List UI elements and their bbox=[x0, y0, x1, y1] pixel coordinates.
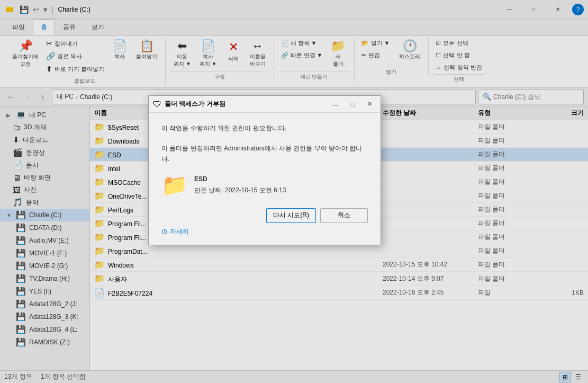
cancel-button[interactable]: 취소 bbox=[320, 208, 368, 223]
dialog-message-line2: 이 폴더를 변경하려면 Administrators에서 사용 권한을 부여 받… bbox=[161, 144, 368, 164]
dialog-item-date: 만든 날짜: 2022-10-15 오전 6:13 bbox=[194, 185, 286, 197]
dialog-item-folder-icon: 📁 bbox=[161, 173, 188, 198]
access-denied-dialog: 🛡 폴더 액세스가 거부됨 — □ ✕ 이 작업을 수행하기 위한 권한이 필요… bbox=[148, 95, 381, 245]
dialog-minimize-button[interactable]: — bbox=[329, 99, 342, 110]
dialog-message-line1: 이 작업을 수행하기 위한 권한이 필요합니다. bbox=[161, 123, 368, 133]
details-label: 자세히 bbox=[170, 227, 189, 236]
dialog-message: 이 작업을 수행하기 위한 권한이 필요합니다. 이 폴더를 변경하려면 Adm… bbox=[161, 123, 368, 164]
dialog-overlay: 🛡 폴더 액세스가 거부됨 — □ ✕ 이 작업을 수행하기 위한 권한이 필요… bbox=[0, 0, 588, 383]
dialog-item-row: 📁 ESD 만든 날짜: 2022-10-15 오전 6:13 bbox=[161, 173, 368, 198]
dialog-title: 폴더 액세스가 거부됨 bbox=[165, 100, 325, 109]
dialog-date-value: 2022-10-15 오전 6:13 bbox=[225, 186, 286, 194]
dialog-buttons: 다시 시도(R) 취소 bbox=[161, 208, 368, 223]
dialog-date-label: 만든 날짜: bbox=[194, 186, 223, 194]
dialog-item-name: ESD bbox=[194, 174, 286, 185]
dialog-maximize-button[interactable]: □ bbox=[346, 99, 359, 110]
main-window: 💾 ↩ ▾ │ Charlie (C:) — □ ✕ ? 파일 홈 공유 보기 … bbox=[0, 0, 588, 383]
retry-button[interactable]: 다시 시도(R) bbox=[266, 208, 316, 223]
details-expand-icon: ⊙ bbox=[161, 227, 168, 236]
dialog-titlebar-icon: 🛡 bbox=[153, 100, 161, 109]
dialog-details[interactable]: ⊙ 자세히 bbox=[161, 227, 368, 236]
dialog-close-button[interactable]: ✕ bbox=[363, 99, 376, 110]
dialog-titlebar: 🛡 폴더 액세스가 거부됨 — □ ✕ bbox=[149, 96, 381, 113]
dialog-item-info: ESD 만든 날짜: 2022-10-15 오전 6:13 bbox=[194, 174, 286, 197]
dialog-body: 이 작업을 수행하기 위한 권한이 필요합니다. 이 폴더를 변경하려면 Adm… bbox=[149, 113, 381, 245]
